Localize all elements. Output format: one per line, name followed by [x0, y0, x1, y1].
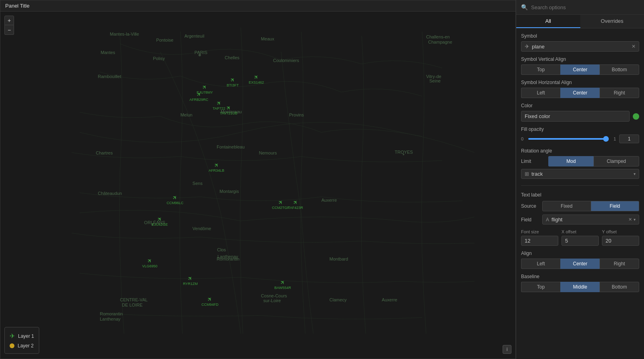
- svg-text:Fontainebleau: Fontainebleau: [217, 144, 245, 149]
- search-icon: 🔍: [521, 4, 528, 10]
- plane-icon: ✈: [292, 198, 300, 206]
- track-value: track: [531, 171, 634, 177]
- baseline-section: Baseline Top Middle Bottom: [521, 274, 639, 292]
- color-select-wrap: Fixed color Field Thresholds Scheme: [521, 111, 630, 122]
- svg-text:Montargis: Montargis: [219, 189, 239, 194]
- source-field-button[interactable]: Field: [591, 201, 640, 211]
- track-select[interactable]: ⊞ track ▾: [521, 169, 639, 179]
- plane-icon: ✈: [279, 278, 287, 286]
- color-section: Color Fixed color Field Thresholds Schem…: [521, 103, 639, 122]
- plane-icon: ✈: [225, 104, 233, 112]
- opacity-slider[interactable]: [528, 138, 609, 140]
- symbol-input-wrap: ✈ ✕: [521, 41, 639, 52]
- symbol-vertical-align-label: Symbol Vertical Align: [521, 56, 639, 62]
- svg-text:Nemours: Nemours: [259, 150, 277, 155]
- font-size-label: Font size: [521, 229, 558, 234]
- align-left[interactable]: Left: [521, 259, 560, 269]
- align-right[interactable]: Right: [600, 259, 639, 269]
- svg-rect-0: [39, 12, 476, 358]
- info-button[interactable]: i: [503, 345, 511, 354]
- y-offset-input[interactable]: 20: [602, 236, 639, 246]
- rotation-options-row: Limit Mod Clamped: [521, 156, 639, 166]
- x-offset-input[interactable]: 5: [561, 236, 599, 246]
- symbol-clear-button[interactable]: ✕: [632, 44, 636, 49]
- svg-text:Meaux: Meaux: [261, 36, 275, 41]
- svg-text:Cosne-Cours: Cosne-Cours: [261, 293, 288, 298]
- symbol-horizontal-align-section: Symbol Horizontal Align Left Center Righ…: [521, 80, 639, 98]
- align-center[interactable]: Center: [560, 259, 600, 269]
- opacity-value-input[interactable]: [619, 134, 639, 143]
- baseline-top[interactable]: Top: [521, 282, 560, 292]
- svg-text:Seine: Seine: [429, 78, 441, 83]
- track-icon: ⊞: [525, 171, 529, 177]
- svg-text:Clos: Clos: [217, 247, 226, 252]
- symbol-vertical-align-group: Top Center Bottom: [521, 64, 639, 75]
- x-offset-group: X offset 5: [561, 229, 599, 246]
- slider-row: 0 1: [521, 134, 639, 143]
- divider: [521, 185, 639, 186]
- map-background: PARIS ORLÉANS TROYES CENTRE-VAL DE LOIRE…: [0, 12, 515, 358]
- color-select[interactable]: Fixed color Field Thresholds Scheme: [521, 111, 630, 122]
- color-row: Fixed color Field Thresholds Scheme: [521, 111, 639, 122]
- track-dropdown-arrow: ▾: [634, 172, 636, 176]
- font-size-input[interactable]: 12: [521, 236, 558, 246]
- svg-text:Lanthenay: Lanthenay: [217, 254, 238, 259]
- layer-1-label: Layer 1: [18, 333, 34, 339]
- svg-text:Mantes: Mantes: [101, 50, 115, 55]
- svg-text:Rambouillet: Rambouillet: [98, 74, 121, 79]
- svg-text:Châteaudun: Châteaudun: [98, 191, 122, 196]
- svg-text:Lanthenay: Lanthenay: [100, 317, 121, 321]
- horizontal-align-left[interactable]: Left: [521, 88, 560, 98]
- svg-text:Coulommiers: Coulommiers: [273, 58, 300, 63]
- color-dot[interactable]: [633, 113, 639, 120]
- fill-opacity-section: Fill opacity 0 1: [521, 126, 639, 143]
- plane-symbol-icon: ✈: [525, 43, 529, 50]
- rotation-limit-label: Limit: [521, 158, 545, 164]
- vertical-align-top[interactable]: Top: [521, 64, 560, 75]
- align-group: Left Center Right: [521, 259, 639, 269]
- svg-text:Provins: Provins: [289, 112, 304, 117]
- flight-marker: ✈ TAF423R: [288, 199, 303, 210]
- symbol-input[interactable]: [532, 44, 632, 50]
- field-row: Field A ✕ ▾: [521, 215, 639, 225]
- offset-row: Font size 12 X offset 5 Y offset 20: [521, 229, 639, 246]
- rotation-clamped-button[interactable]: Clamped: [594, 156, 639, 166]
- flight-marker: ✈ CCM94FD: [201, 296, 219, 307]
- svg-text:Melun: Melun: [180, 112, 192, 117]
- search-input[interactable]: [531, 4, 639, 10]
- svg-text:Auxerre: Auxerre: [321, 198, 337, 203]
- tab-all[interactable]: All: [516, 15, 580, 28]
- plane-icon: ✈: [171, 193, 179, 201]
- baseline-middle[interactable]: Middle: [560, 282, 600, 292]
- vertical-align-center[interactable]: Center: [560, 64, 600, 75]
- layer-2-label: Layer 2: [18, 343, 34, 349]
- tab-overrides[interactable]: Overrides: [580, 15, 644, 28]
- field-input[interactable]: [551, 217, 628, 223]
- horizontal-align-right[interactable]: Right: [600, 88, 639, 98]
- text-label-section: Text label Source Fixed Field Field A ✕ …: [521, 192, 639, 225]
- svg-text:Argenteuil: Argenteuil: [184, 34, 204, 38]
- plane-icon: ✈: [146, 257, 154, 265]
- font-size-group: Font size 12: [521, 229, 558, 246]
- flight-marker: ✈ CCM2TGF: [272, 199, 290, 210]
- flight-marker: ✈ BAW554R: [274, 279, 291, 290]
- right-panel: 🔍 All Overrides Symbol ✈ ✕ Symbol Vertic…: [516, 0, 644, 359]
- vertical-align-bottom[interactable]: Bottom: [600, 64, 639, 75]
- source-fixed-button[interactable]: Fixed: [542, 201, 591, 211]
- fill-opacity-label: Fill opacity: [521, 126, 639, 132]
- zoom-out-button[interactable]: −: [4, 25, 14, 35]
- horizontal-align-center[interactable]: Center: [560, 88, 600, 98]
- svg-text:Clamecy: Clamecy: [330, 297, 347, 302]
- field-clear-button[interactable]: ✕: [628, 217, 632, 222]
- plane-icon: ✈: [213, 161, 221, 169]
- symbol-vertical-align-section: Symbol Vertical Align Top Center Bottom: [521, 56, 639, 75]
- svg-text:CENTRE-VAL: CENTRE-VAL: [120, 297, 148, 302]
- baseline-bottom[interactable]: Bottom: [600, 282, 639, 292]
- layer-2-item: Layer 2: [10, 341, 34, 350]
- flight-marker: ✈ AFR34LB: [209, 162, 224, 172]
- rotation-mod-button[interactable]: Mod: [548, 156, 594, 166]
- zoom-in-button[interactable]: +: [4, 16, 14, 25]
- align-section: Align Left Center Right: [521, 251, 639, 269]
- flight-marker: ✈ AFRB29RC: [189, 91, 208, 102]
- panel-title: Panel Title: [0, 0, 515, 12]
